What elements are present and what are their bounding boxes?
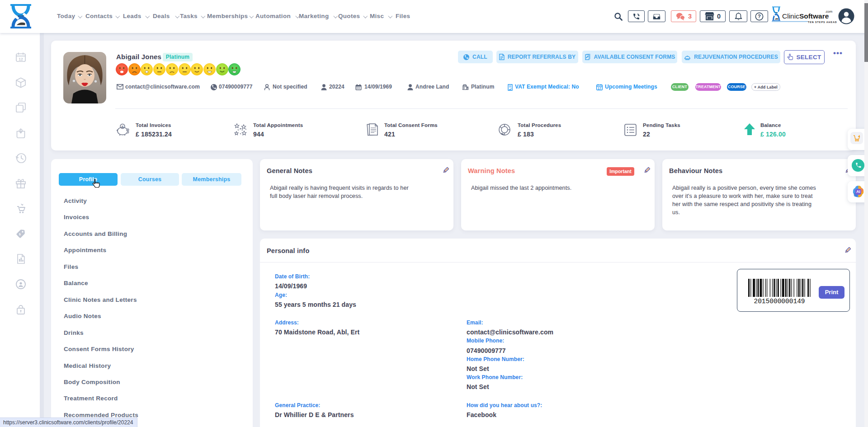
svg-text:12: 12 — [19, 57, 23, 61]
svg-text:TEN STEPS AHEAD: TEN STEPS AHEAD — [808, 21, 837, 23]
svg-text:?: ? — [758, 14, 761, 19]
svg-text:17: 17 — [598, 87, 601, 90]
svg-text:.com: .com — [825, 9, 832, 14]
svg-text:ClinicSoftware: ClinicSoftware — [782, 12, 829, 20]
svg-text:$: $ — [122, 125, 124, 129]
svg-text:AI: AI — [856, 189, 860, 194]
